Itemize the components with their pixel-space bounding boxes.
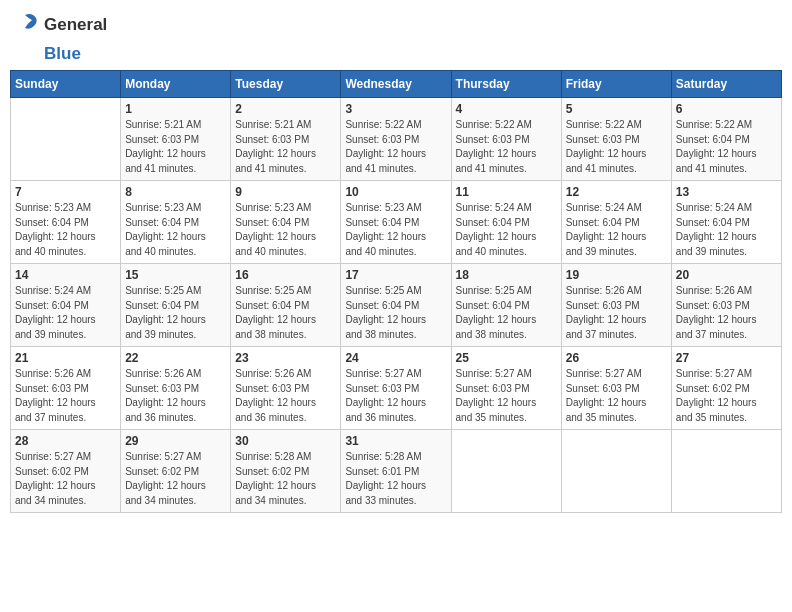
day-detail: Sunrise: 5:22 AM Sunset: 6:03 PM Dayligh… (456, 118, 557, 176)
day-detail: Sunrise: 5:23 AM Sunset: 6:04 PM Dayligh… (125, 201, 226, 259)
day-number: 25 (456, 351, 557, 365)
day-detail: Sunrise: 5:28 AM Sunset: 6:02 PM Dayligh… (235, 450, 336, 508)
day-cell: 1Sunrise: 5:21 AM Sunset: 6:03 PM Daylig… (121, 98, 231, 181)
day-cell: 9Sunrise: 5:23 AM Sunset: 6:04 PM Daylig… (231, 181, 341, 264)
day-number: 24 (345, 351, 446, 365)
day-number: 22 (125, 351, 226, 365)
day-cell (561, 430, 671, 513)
day-number: 28 (15, 434, 116, 448)
calendar-header-row: SundayMondayTuesdayWednesdayThursdayFrid… (11, 71, 782, 98)
day-detail: Sunrise: 5:26 AM Sunset: 6:03 PM Dayligh… (566, 284, 667, 342)
header-monday: Monday (121, 71, 231, 98)
day-detail: Sunrise: 5:27 AM Sunset: 6:02 PM Dayligh… (15, 450, 116, 508)
day-number: 29 (125, 434, 226, 448)
day-cell: 11Sunrise: 5:24 AM Sunset: 6:04 PM Dayli… (451, 181, 561, 264)
day-cell: 3Sunrise: 5:22 AM Sunset: 6:03 PM Daylig… (341, 98, 451, 181)
day-cell (11, 98, 121, 181)
day-detail: Sunrise: 5:27 AM Sunset: 6:03 PM Dayligh… (566, 367, 667, 425)
day-detail: Sunrise: 5:26 AM Sunset: 6:03 PM Dayligh… (676, 284, 777, 342)
day-cell: 5Sunrise: 5:22 AM Sunset: 6:03 PM Daylig… (561, 98, 671, 181)
day-number: 10 (345, 185, 446, 199)
day-cell: 25Sunrise: 5:27 AM Sunset: 6:03 PM Dayli… (451, 347, 561, 430)
week-row-1: 1Sunrise: 5:21 AM Sunset: 6:03 PM Daylig… (11, 98, 782, 181)
day-detail: Sunrise: 5:27 AM Sunset: 6:02 PM Dayligh… (676, 367, 777, 425)
day-cell: 28Sunrise: 5:27 AM Sunset: 6:02 PM Dayli… (11, 430, 121, 513)
day-number: 1 (125, 102, 226, 116)
logo: GeneralBlue (10, 10, 107, 64)
day-cell: 2Sunrise: 5:21 AM Sunset: 6:03 PM Daylig… (231, 98, 341, 181)
day-detail: Sunrise: 5:25 AM Sunset: 6:04 PM Dayligh… (235, 284, 336, 342)
header-thursday: Thursday (451, 71, 561, 98)
day-number: 30 (235, 434, 336, 448)
day-cell: 8Sunrise: 5:23 AM Sunset: 6:04 PM Daylig… (121, 181, 231, 264)
day-number: 7 (15, 185, 116, 199)
week-row-3: 14Sunrise: 5:24 AM Sunset: 6:04 PM Dayli… (11, 264, 782, 347)
day-detail: Sunrise: 5:24 AM Sunset: 6:04 PM Dayligh… (15, 284, 116, 342)
day-detail: Sunrise: 5:22 AM Sunset: 6:04 PM Dayligh… (676, 118, 777, 176)
logo-blue-text: Blue (44, 44, 81, 64)
day-cell (451, 430, 561, 513)
day-number: 4 (456, 102, 557, 116)
day-cell: 10Sunrise: 5:23 AM Sunset: 6:04 PM Dayli… (341, 181, 451, 264)
day-number: 20 (676, 268, 777, 282)
page-header: GeneralBlue (10, 10, 782, 64)
day-number: 8 (125, 185, 226, 199)
day-detail: Sunrise: 5:24 AM Sunset: 6:04 PM Dayligh… (676, 201, 777, 259)
day-detail: Sunrise: 5:27 AM Sunset: 6:02 PM Dayligh… (125, 450, 226, 508)
header-saturday: Saturday (671, 71, 781, 98)
day-number: 21 (15, 351, 116, 365)
day-cell: 15Sunrise: 5:25 AM Sunset: 6:04 PM Dayli… (121, 264, 231, 347)
day-detail: Sunrise: 5:27 AM Sunset: 6:03 PM Dayligh… (345, 367, 446, 425)
day-detail: Sunrise: 5:24 AM Sunset: 6:04 PM Dayligh… (566, 201, 667, 259)
day-cell: 29Sunrise: 5:27 AM Sunset: 6:02 PM Dayli… (121, 430, 231, 513)
day-detail: Sunrise: 5:23 AM Sunset: 6:04 PM Dayligh… (235, 201, 336, 259)
day-cell: 23Sunrise: 5:26 AM Sunset: 6:03 PM Dayli… (231, 347, 341, 430)
day-cell: 19Sunrise: 5:26 AM Sunset: 6:03 PM Dayli… (561, 264, 671, 347)
day-number: 27 (676, 351, 777, 365)
day-detail: Sunrise: 5:26 AM Sunset: 6:03 PM Dayligh… (235, 367, 336, 425)
day-detail: Sunrise: 5:25 AM Sunset: 6:04 PM Dayligh… (345, 284, 446, 342)
day-detail: Sunrise: 5:27 AM Sunset: 6:03 PM Dayligh… (456, 367, 557, 425)
day-number: 17 (345, 268, 446, 282)
day-cell: 4Sunrise: 5:22 AM Sunset: 6:03 PM Daylig… (451, 98, 561, 181)
day-cell: 6Sunrise: 5:22 AM Sunset: 6:04 PM Daylig… (671, 98, 781, 181)
day-cell: 31Sunrise: 5:28 AM Sunset: 6:01 PM Dayli… (341, 430, 451, 513)
day-detail: Sunrise: 5:28 AM Sunset: 6:01 PM Dayligh… (345, 450, 446, 508)
day-number: 14 (15, 268, 116, 282)
day-cell: 14Sunrise: 5:24 AM Sunset: 6:04 PM Dayli… (11, 264, 121, 347)
day-detail: Sunrise: 5:21 AM Sunset: 6:03 PM Dayligh… (125, 118, 226, 176)
day-number: 13 (676, 185, 777, 199)
day-number: 23 (235, 351, 336, 365)
day-cell: 12Sunrise: 5:24 AM Sunset: 6:04 PM Dayli… (561, 181, 671, 264)
day-cell: 20Sunrise: 5:26 AM Sunset: 6:03 PM Dayli… (671, 264, 781, 347)
week-row-5: 28Sunrise: 5:27 AM Sunset: 6:02 PM Dayli… (11, 430, 782, 513)
logo-general-text: General (44, 15, 107, 35)
day-number: 11 (456, 185, 557, 199)
day-number: 19 (566, 268, 667, 282)
day-number: 5 (566, 102, 667, 116)
header-friday: Friday (561, 71, 671, 98)
day-number: 31 (345, 434, 446, 448)
day-number: 9 (235, 185, 336, 199)
logo-bird-icon (10, 10, 40, 40)
day-cell: 17Sunrise: 5:25 AM Sunset: 6:04 PM Dayli… (341, 264, 451, 347)
day-number: 12 (566, 185, 667, 199)
day-detail: Sunrise: 5:26 AM Sunset: 6:03 PM Dayligh… (125, 367, 226, 425)
day-detail: Sunrise: 5:23 AM Sunset: 6:04 PM Dayligh… (345, 201, 446, 259)
day-detail: Sunrise: 5:21 AM Sunset: 6:03 PM Dayligh… (235, 118, 336, 176)
day-detail: Sunrise: 5:23 AM Sunset: 6:04 PM Dayligh… (15, 201, 116, 259)
day-cell: 18Sunrise: 5:25 AM Sunset: 6:04 PM Dayli… (451, 264, 561, 347)
day-cell: 22Sunrise: 5:26 AM Sunset: 6:03 PM Dayli… (121, 347, 231, 430)
day-detail: Sunrise: 5:26 AM Sunset: 6:03 PM Dayligh… (15, 367, 116, 425)
day-cell: 30Sunrise: 5:28 AM Sunset: 6:02 PM Dayli… (231, 430, 341, 513)
header-sunday: Sunday (11, 71, 121, 98)
day-cell: 27Sunrise: 5:27 AM Sunset: 6:02 PM Dayli… (671, 347, 781, 430)
day-detail: Sunrise: 5:25 AM Sunset: 6:04 PM Dayligh… (456, 284, 557, 342)
calendar-table: SundayMondayTuesdayWednesdayThursdayFrid… (10, 70, 782, 513)
day-number: 3 (345, 102, 446, 116)
day-number: 26 (566, 351, 667, 365)
week-row-2: 7Sunrise: 5:23 AM Sunset: 6:04 PM Daylig… (11, 181, 782, 264)
day-cell: 16Sunrise: 5:25 AM Sunset: 6:04 PM Dayli… (231, 264, 341, 347)
day-detail: Sunrise: 5:25 AM Sunset: 6:04 PM Dayligh… (125, 284, 226, 342)
day-detail: Sunrise: 5:22 AM Sunset: 6:03 PM Dayligh… (345, 118, 446, 176)
